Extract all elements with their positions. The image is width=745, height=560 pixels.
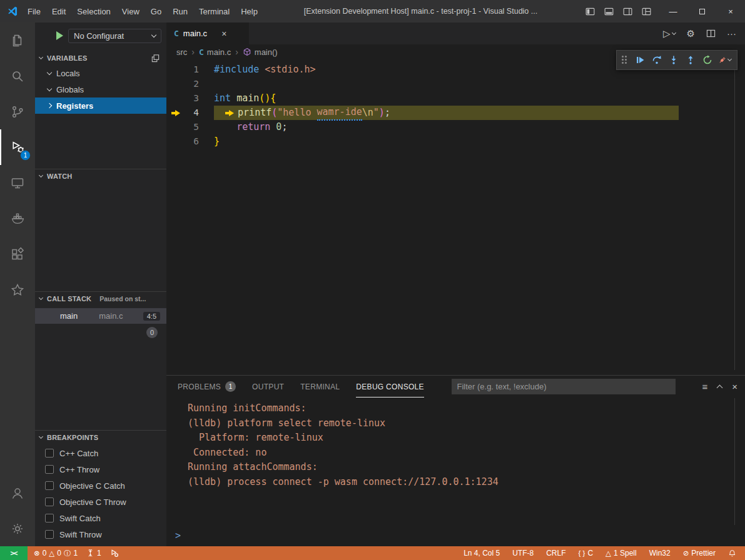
sidebar-item-explorer[interactable]	[0, 22, 35, 58]
menu-file[interactable]: File	[22, 3, 46, 20]
restart-button[interactable]	[700, 52, 715, 68]
debug-status[interactable]	[110, 549, 119, 558]
checkbox-unchecked[interactable]	[45, 498, 54, 506]
sidebar-item-extensions[interactable]	[0, 236, 35, 272]
maximize-button[interactable]	[687, 0, 716, 22]
problems-status[interactable]: ⊗0 △0 ⓘ1	[34, 549, 78, 558]
split-editor-icon[interactable]	[706, 29, 716, 38]
step-out-button[interactable]	[683, 52, 698, 68]
checkbox-unchecked[interactable]	[45, 514, 54, 522]
variables-section-header[interactable]: VARIABLES	[35, 51, 166, 65]
breadcrumb-src[interactable]: src	[176, 48, 187, 57]
editor-scrollbar[interactable]	[734, 62, 735, 370]
collapse-all-icon[interactable]	[151, 54, 160, 63]
breakpoint-gutter[interactable]	[166, 120, 185, 134]
accounts-button[interactable]	[0, 475, 35, 511]
formatter-status[interactable]: ⊘Prettier	[683, 549, 716, 558]
drag-grip-icon[interactable]	[622, 56, 627, 64]
encoding-indicator[interactable]: UTF-8	[512, 549, 534, 558]
stack-frame-row[interactable]: main main.c 4:5	[35, 308, 166, 324]
customize-layout-icon[interactable]	[642, 7, 651, 16]
disconnect-button[interactable]	[717, 52, 732, 68]
step-into-button[interactable]	[666, 52, 681, 68]
panel-tab-output[interactable]: OUTPUT	[252, 376, 284, 398]
watch-section-header[interactable]: WATCH	[35, 169, 166, 182]
panel-scrollbar[interactable]	[734, 398, 735, 525]
settings-button[interactable]	[0, 511, 35, 546]
menu-selection[interactable]: Selection	[71, 3, 116, 20]
maximize-panel-icon[interactable]	[717, 385, 723, 391]
close-button[interactable]: ×	[716, 0, 745, 22]
debug-console-prompt[interactable]: >	[175, 530, 181, 541]
cursor-position[interactable]: Ln 4, Col 5	[464, 549, 500, 558]
menu-terminal[interactable]: Terminal	[193, 3, 235, 20]
frame-function: main	[60, 311, 78, 321]
spell-checker-status[interactable]: △1 Spell	[606, 549, 637, 558]
sidebar-item-source-control[interactable]	[0, 94, 35, 129]
toggle-secondary-sidebar-icon[interactable]	[623, 7, 632, 16]
eol-indicator[interactable]: CRLF	[546, 549, 565, 558]
menu-go[interactable]: Go	[145, 3, 167, 20]
gear-icon	[10, 521, 25, 536]
settings-gear-icon[interactable]: ⚙	[687, 28, 695, 39]
breakpoint-cpp-catch[interactable]: C++ Catch	[35, 445, 166, 461]
menu-run[interactable]: Run	[167, 3, 193, 20]
close-panel-icon[interactable]: ×	[732, 381, 737, 392]
breadcrumb-file[interactable]: Cmain.c	[199, 48, 231, 57]
breakpoint-cpp-throw[interactable]: C++ Throw	[35, 461, 166, 478]
start-debugging-icon[interactable]	[56, 31, 63, 40]
run-or-debug-button[interactable]: ▷	[663, 28, 676, 39]
continue-button[interactable]	[632, 52, 647, 68]
breakpoint-swift-throw[interactable]: Swift Throw	[35, 526, 166, 542]
checkbox-unchecked[interactable]	[45, 481, 54, 490]
sidebar-item-search[interactable]	[0, 58, 35, 94]
breadcrumb-symbol[interactable]: main()	[243, 48, 278, 57]
breakpoints-section-header[interactable]: BREAKPOINTS	[35, 430, 166, 444]
language-mode[interactable]: { }C	[579, 549, 594, 558]
menu-view[interactable]: View	[116, 3, 145, 20]
sidebar-item-docker[interactable]	[0, 201, 35, 236]
toggle-sidebar-icon[interactable]	[585, 7, 595, 16]
checkbox-unchecked[interactable]	[45, 449, 54, 458]
breakpoint-objc-catch[interactable]: Objective C Catch	[35, 478, 166, 494]
ports-status[interactable]: 1	[86, 549, 101, 558]
notifications-bell[interactable]	[728, 549, 736, 558]
execution-arrow-gutter[interactable]	[166, 106, 185, 120]
output-menu-icon[interactable]: ≡	[702, 381, 707, 392]
search-icon	[10, 69, 25, 84]
console-filter-input[interactable]	[452, 379, 676, 394]
remote-indicator[interactable]: ><	[0, 546, 28, 560]
panel-tab-terminal[interactable]: TERMINAL	[300, 376, 340, 398]
sidebar-item-favorites[interactable]	[0, 272, 35, 308]
variables-item-locals[interactable]: Locals	[35, 65, 166, 81]
panel-tab-debug-console[interactable]: DEBUG CONSOLE	[356, 376, 424, 398]
debug-config-dropdown[interactable]: No Configurat	[68, 29, 161, 43]
step-over-button[interactable]	[649, 52, 664, 68]
breakpoint-gutter[interactable]	[166, 77, 185, 91]
more-actions-icon[interactable]: ···	[727, 28, 736, 39]
call-stack-section-header[interactable]: CALL STACK Paused on st...	[35, 291, 166, 305]
variables-item-registers[interactable]: Registers	[35, 98, 166, 114]
minimize-button[interactable]: —	[659, 0, 687, 22]
panel-tab-problems[interactable]: PROBLEMS 1	[178, 376, 236, 398]
checkbox-unchecked[interactable]	[45, 465, 54, 474]
breakpoint-gutter[interactable]	[166, 91, 185, 106]
sidebar-item-run-and-debug[interactable]: 1	[0, 129, 35, 165]
variables-item-globals[interactable]: Globals	[35, 81, 166, 98]
code-editor[interactable]: 1#include <stdio.h>23int main(){4 printf…	[166, 59, 745, 149]
breakpoint-gutter[interactable]	[166, 62, 185, 77]
sidebar-item-remote-explorer[interactable]	[0, 165, 35, 201]
breakpoint-objc-throw[interactable]: Objective C Throw	[35, 494, 166, 510]
breakpoint-gutter[interactable]	[166, 134, 185, 149]
tab-close-icon[interactable]: ×	[221, 29, 226, 39]
breakpoint-swift-catch[interactable]: Swift Catch	[35, 510, 166, 526]
chevron-down-icon	[47, 86, 52, 91]
checkbox-unchecked[interactable]	[45, 530, 54, 539]
menu-help[interactable]: Help	[235, 3, 263, 20]
tab-main-c[interactable]: C main.c ×	[166, 22, 249, 44]
breakpoint-label: Swift Catch	[59, 514, 101, 523]
platform-indicator[interactable]: Win32	[649, 549, 671, 558]
menu-edit[interactable]: Edit	[46, 3, 71, 20]
toggle-panel-icon[interactable]	[604, 7, 614, 16]
star-icon	[10, 282, 25, 298]
